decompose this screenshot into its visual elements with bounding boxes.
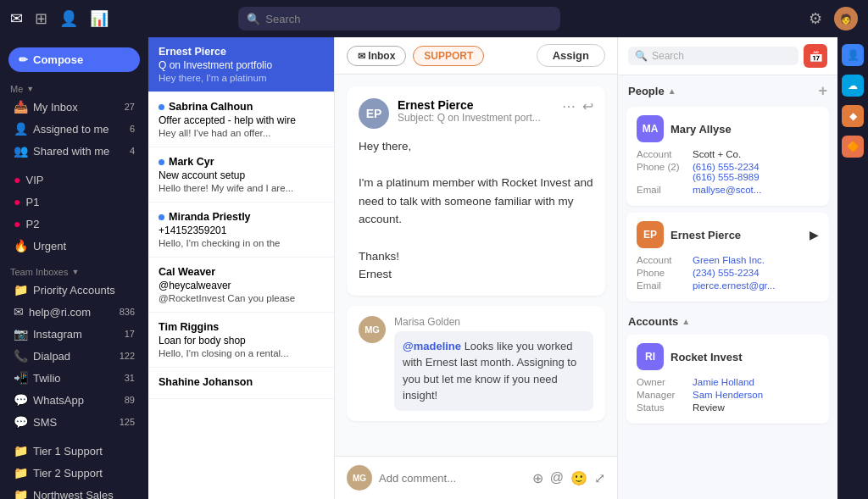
contact-name-ernest: Ernest Pierce bbox=[670, 229, 741, 241]
compose-button[interactable]: ✏ Compose bbox=[8, 47, 140, 72]
sender-avatar: EP bbox=[359, 98, 389, 129]
conv-item-1[interactable]: Sabrina Calhoun Offer accepted - help wi… bbox=[148, 92, 334, 147]
conv-item-2[interactable]: Mark Cyr New account setup Hello there! … bbox=[148, 147, 334, 202]
unread-dot bbox=[159, 214, 164, 220]
vip-icon: ● bbox=[14, 173, 20, 186]
accounts-toggle[interactable]: ▲ bbox=[682, 317, 690, 326]
calendar-icon-btn[interactable]: 📅 bbox=[804, 44, 827, 68]
crm-icon-3[interactable]: ◆ bbox=[842, 105, 864, 127]
reply-content: Marisa Golden @madeline Looks like you w… bbox=[394, 316, 593, 411]
unread-dot bbox=[159, 159, 164, 165]
instagram-icon: 📷 bbox=[14, 327, 28, 341]
global-search[interactable]: 🔍 Search bbox=[238, 7, 560, 30]
right-search[interactable]: 🔍 Search bbox=[628, 47, 798, 65]
sidebar-item-vip[interactable]: ● VIP bbox=[3, 169, 145, 190]
contact-name-mary: Mary Allyse bbox=[670, 123, 732, 136]
message-body: Hey there, I'm a platinum member with Ro… bbox=[359, 137, 593, 284]
layout-icon[interactable]: ⊞ bbox=[35, 9, 47, 28]
folder-icon: 📁 bbox=[14, 283, 28, 297]
expand-icon[interactable]: ⤢ bbox=[594, 470, 605, 486]
people-section-header: People ▲ + bbox=[618, 75, 837, 103]
compose-icon: ✏ bbox=[19, 53, 28, 66]
sidebar-item-help-ri[interactable]: ✉ help@ri.com 836 bbox=[3, 302, 145, 322]
p1-icon: ● bbox=[14, 195, 20, 208]
contact-avatar-ernest: EP bbox=[637, 221, 664, 248]
team-inboxes-label: Team Inboxes ▼ bbox=[0, 263, 148, 279]
sidebar-item-twilio[interactable]: 📲 Twilio 31 bbox=[3, 368, 145, 388]
contact-email-row-2: Email pierce.ernest@gr... bbox=[637, 280, 819, 291]
account-owner-row: Owner Jamie Holland bbox=[637, 377, 819, 387]
sidebar-item-sms[interactable]: 💬 SMS 125 bbox=[3, 412, 145, 432]
sms-icon: 💬 bbox=[14, 415, 28, 429]
emoji-icon[interactable]: 🙂 bbox=[570, 470, 587, 486]
contact-account-row-2: Account Green Flash Inc. bbox=[637, 255, 819, 265]
sidebar-item-instagram[interactable]: 📷 Instagram 17 bbox=[3, 324, 145, 344]
contact-email-row: Email mallyse@scot... bbox=[637, 185, 819, 195]
crm-icon-1[interactable]: 👤 bbox=[842, 44, 864, 66]
sidebar-item-urgent[interactable]: 🔥 Urgent bbox=[3, 236, 145, 256]
top-nav: ✉ ⊞ 👤 📊 🔍 Search ⚙ 🧑 bbox=[0, 0, 868, 37]
sidebar-item-tier2[interactable]: 📁 Tier 2 Support bbox=[3, 463, 145, 483]
reply-card: MG Marisa Golden @madeline Looks like yo… bbox=[347, 306, 605, 421]
message-card-main: EP Ernest Pierce Subject: Q on Investmen… bbox=[347, 86, 605, 296]
sidebar-item-my-inbox[interactable]: 📥 My Inbox 27 bbox=[3, 97, 145, 117]
account-status-row: Status Review bbox=[637, 402, 819, 413]
conv-item-5[interactable]: Tim Riggins Loan for body shop Hello, I'… bbox=[148, 313, 334, 368]
tier2-icon: 📁 bbox=[14, 466, 28, 480]
sidebar-item-shared-with-me[interactable]: 👥 Shared with me 4 bbox=[3, 141, 145, 161]
conv-item-6[interactable]: Shahine Johanson bbox=[148, 368, 334, 399]
sender-info: Ernest Pierce Subject: Q on Investment p… bbox=[398, 98, 541, 124]
conv-item-0[interactable]: Ernest Pierce Q on Investment portfolio … bbox=[148, 37, 334, 92]
crm-icon-hubspot[interactable]: 🔶 bbox=[842, 136, 864, 158]
sidebar: ✏ Compose Me ▼ 📥 My Inbox 27 👤 Assigned … bbox=[0, 37, 148, 499]
sidebar-item-priority-accounts[interactable]: 📁 Priority Accounts bbox=[3, 280, 145, 300]
chart-icon[interactable]: 📊 bbox=[90, 9, 108, 28]
account-manager-row: Manager Sam Henderson bbox=[637, 390, 819, 400]
sidebar-item-dialpad[interactable]: 📞 Dialpad 122 bbox=[3, 346, 145, 366]
sidebar-item-p2[interactable]: ● P2 bbox=[3, 213, 145, 234]
user-avatar[interactable]: 🧑 bbox=[834, 7, 858, 30]
reply-avatar: MG bbox=[359, 316, 386, 343]
comment-input[interactable] bbox=[379, 472, 526, 485]
account-name-rocket: Rocket Invest bbox=[670, 351, 743, 363]
comment-bar: MG ⊕ @ 🙂 ⤢ bbox=[335, 456, 617, 499]
assign-icon: 👤 bbox=[14, 122, 28, 136]
right-panel: 🔍 Search 📅 People ▲ + MA Mary Allyse Acc… bbox=[617, 37, 837, 499]
add-icon[interactable]: ⊕ bbox=[532, 470, 543, 486]
accounts-section-header: Accounts ▲ bbox=[618, 308, 837, 331]
shared-icon: 👥 bbox=[14, 144, 28, 158]
mail-icon[interactable]: ✉ bbox=[10, 9, 23, 28]
nav-right: ⚙ 🧑 bbox=[809, 7, 858, 30]
mention-icon[interactable]: @ bbox=[550, 470, 564, 486]
calendar-icon: 📅 bbox=[809, 49, 823, 63]
people-toggle[interactable]: ▲ bbox=[668, 86, 676, 96]
tab-inbox[interactable]: ✉ Inbox bbox=[347, 46, 406, 66]
settings-icon[interactable]: ⚙ bbox=[809, 9, 822, 28]
conversation-messages: EP Ernest Pierce Subject: Q on Investmen… bbox=[335, 75, 617, 456]
conv-item-4[interactable]: Cal Weaver @heycalweaver @RocketInvest C… bbox=[148, 258, 334, 313]
conv-item-3[interactable]: Miranda Priestly +14152359201 Hello, I'm… bbox=[148, 202, 334, 258]
main-layout: ✏ Compose Me ▼ 📥 My Inbox 27 👤 Assigned … bbox=[0, 37, 868, 499]
sidebar-item-tier1[interactable]: 📁 Tier 1 Support bbox=[3, 441, 145, 461]
more-icon[interactable]: ⋯ bbox=[562, 98, 576, 114]
sidebar-item-p1[interactable]: ● P1 bbox=[3, 191, 145, 212]
sidebar-item-whatsapp[interactable]: 💬 WhatsApp 89 bbox=[3, 390, 145, 410]
crm-icon-2[interactable]: ☁ bbox=[842, 75, 864, 97]
search-icon: 🔍 bbox=[635, 50, 648, 62]
contacts-icon[interactable]: 👤 bbox=[59, 9, 78, 28]
contact-card-mary: MA Mary Allyse Account Scott + Co. Phone… bbox=[626, 107, 829, 206]
contact-account-row: Account Scott + Co. bbox=[637, 149, 819, 159]
sidebar-item-northwest[interactable]: 📁 Northwest Sales bbox=[3, 485, 145, 499]
conversation-list: Ernest Pierce Q on Investment portfolio … bbox=[148, 37, 335, 499]
sidebar-item-assigned-to-me[interactable]: 👤 Assigned to me 6 bbox=[3, 119, 145, 139]
message-actions[interactable]: ⋯ ↩ bbox=[562, 98, 593, 114]
message-header: EP Ernest Pierce Subject: Q on Investmen… bbox=[359, 98, 593, 129]
reply-icon[interactable]: ↩ bbox=[582, 98, 593, 114]
phone-icon: 📞 bbox=[14, 349, 28, 363]
account-card-rocket: RI Rocket Invest Owner Jamie Holland Man… bbox=[626, 335, 829, 424]
assign-button[interactable]: Assign bbox=[537, 44, 605, 67]
arrow-right-icon[interactable]: ▶ bbox=[810, 228, 819, 241]
tab-support[interactable]: SUPPORT bbox=[413, 46, 484, 66]
inbox-icon: 📥 bbox=[14, 100, 28, 114]
add-person-button[interactable]: + bbox=[818, 82, 827, 100]
